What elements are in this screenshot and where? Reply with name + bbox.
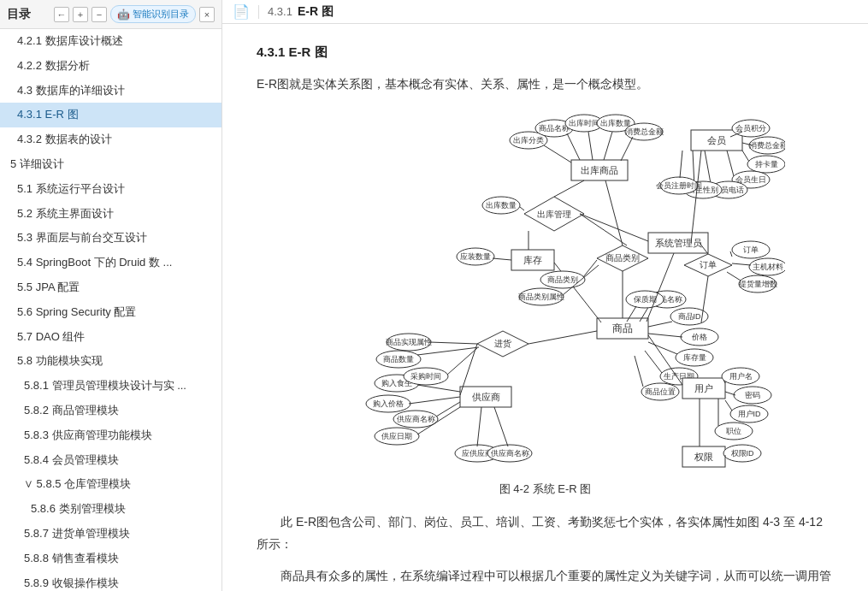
intro-paragraph: E-R图就是实体关系图，基本概念有实体、关系、属性，是一个概念模型。 xyxy=(257,73,834,96)
svg-text:商品: 商品 xyxy=(612,322,633,334)
svg-text:会员注册时间: 会员注册时间 xyxy=(656,181,702,190)
svg-text:保质期: 保质期 xyxy=(633,295,656,304)
svg-text:商品位置: 商品位置 xyxy=(645,387,676,396)
svg-text:出库管理: 出库管理 xyxy=(537,210,571,219)
content-area: 4.3.1 E-R 图 E-R图就是实体关系图，基本概念有实体、关系、属性，是一… xyxy=(222,24,868,591)
toc-item-5.6[interactable]: 5.6 Spring Security 配置 xyxy=(0,300,221,325)
svg-text:供应商: 供应商 xyxy=(471,392,499,402)
toc-item-5.8.9[interactable]: 5.8.9 收银操作模块 xyxy=(0,571,221,591)
toolbar-separator xyxy=(258,5,259,19)
toc-item-5.8.5[interactable]: ∨ 5.8.5 仓库管理模块 xyxy=(0,472,221,497)
er-diagram: 会员 会员积分 消费总金额 持卡量 会员生日 会员电话 出生性别 xyxy=(257,113,834,475)
svg-text:出库商品: 出库商品 xyxy=(581,165,618,175)
sidebar: 目录 ← + − 🤖 智能识别目录 × 4.2.1 数据库设计概述4.2.2 数… xyxy=(0,0,222,591)
toc-item-4.3.2[interactable]: 4.3.2 数据表的设计 xyxy=(0,127,221,152)
svg-text:商品数量: 商品数量 xyxy=(383,355,414,363)
svg-text:系统管理员: 系统管理员 xyxy=(654,238,701,248)
toc-item-5.7[interactable]: 5.7 DAO 组件 xyxy=(0,325,221,350)
svg-text:供应商名称: 供应商名称 xyxy=(490,449,528,458)
toc-item-5.5[interactable]: 5.5 JPA 配置 xyxy=(0,275,221,300)
sidebar-controls: ← + − 🤖 智能识别目录 × xyxy=(54,5,215,23)
doc-icon: 📄 xyxy=(233,3,250,20)
svg-text:职位: 职位 xyxy=(726,427,741,435)
svg-text:用户名: 用户名 xyxy=(729,372,752,381)
er-diagram-svg: 会员 会员积分 消费总金额 持卡量 会员生日 会员电话 出生性别 xyxy=(306,113,785,472)
sidebar-title: 目录 xyxy=(7,7,31,22)
toc-item-5.8.3[interactable]: 5.8.3 供应商管理功能模块 xyxy=(0,423,221,448)
ai-tag[interactable]: 🤖 智能识别目录 xyxy=(110,5,196,23)
svg-text:会员生日: 会员生日 xyxy=(735,175,766,184)
svg-text:商品类别: 商品类别 xyxy=(547,275,578,284)
svg-text:提货量增数: 提货量增数 xyxy=(738,280,776,288)
svg-text:权限: 权限 xyxy=(694,452,713,462)
main-panel: 📄 4.3.1 E-R 图 4.3.1 E-R 图 E-R图就是实体关系图，基本… xyxy=(222,0,868,591)
toc-item-5.8.2[interactable]: 5.8.2 商品管理模块 xyxy=(0,399,221,423)
ai-icon: 🤖 xyxy=(117,9,130,21)
toc-item-5.4[interactable]: 5.4 SpringBoot 下的 Druid 数 ... xyxy=(0,251,221,275)
svg-text:用户ID: 用户ID xyxy=(737,410,761,418)
breadcrumb: 4.3.1 xyxy=(268,5,292,18)
svg-text:出库时间: 出库时间 xyxy=(569,119,599,127)
toc-item-5.8.6[interactable]: 5.8.6 类别管理模块 xyxy=(0,497,221,522)
sidebar-header: 目录 ← + − 🤖 智能识别目录 × xyxy=(0,0,221,29)
svg-text:会员积分: 会员积分 xyxy=(735,124,766,133)
svg-text:订单: 订单 xyxy=(743,245,759,254)
svg-text:消费总金额: 消费总金额 xyxy=(624,127,663,136)
sidebar-close-btn[interactable]: × xyxy=(199,7,215,22)
toc-list: 4.2.1 数据库设计概述4.2.2 数据分析4.3 数据库的详细设计4.3.1… xyxy=(0,29,221,591)
svg-text:密码: 密码 xyxy=(745,391,760,399)
toc-item-5.8[interactable]: 5.8 功能模块实现 xyxy=(0,349,221,374)
svg-text:订单: 订单 xyxy=(700,260,717,269)
svg-text:供应商名称: 供应商名称 xyxy=(396,415,434,423)
svg-text:库存: 库存 xyxy=(523,255,542,265)
svg-text:商品类别: 商品类别 xyxy=(605,253,640,263)
toc-item-5[interactable]: 5 详细设计 xyxy=(0,152,221,177)
toc-item-4.2.1[interactable]: 4.2.1 数据库设计概述 xyxy=(0,29,221,54)
toc-item-5.2[interactable]: 5.2 系统主界面设计 xyxy=(0,202,221,227)
svg-text:出库数量: 出库数量 xyxy=(600,119,631,127)
section-title: 4.3.1 E-R 图 xyxy=(257,44,834,61)
svg-text:消费总金额: 消费总金额 xyxy=(748,141,785,150)
svg-text:用户: 用户 xyxy=(694,383,713,393)
toc-item-4.3.1[interactable]: 4.3.1 E-R 图 xyxy=(0,103,221,127)
sidebar-btn-plus[interactable]: + xyxy=(73,7,88,22)
toc-item-4.2.2[interactable]: 4.2.2 数据分析 xyxy=(0,54,221,79)
svg-text:价格: 价格 xyxy=(691,333,707,341)
svg-text:进货: 进货 xyxy=(494,339,511,348)
paragraph1: 此 E-R图包含公司、部门、岗位、员工、培训、工资、考勤奖惩七个实体，各实体属性… xyxy=(257,511,834,556)
svg-text:权限ID: 权限ID xyxy=(729,449,754,458)
svg-text:商品名称: 商品名称 xyxy=(539,124,570,133)
svg-text:应装数量: 应装数量 xyxy=(460,252,491,261)
svg-text:持卡量: 持卡量 xyxy=(754,160,777,168)
svg-text:库存量: 库存量 xyxy=(682,353,706,362)
ai-tag-label: 智能识别目录 xyxy=(133,8,189,21)
svg-text:会员: 会员 xyxy=(707,135,726,145)
sidebar-btn-minus[interactable]: − xyxy=(92,7,107,22)
toc-item-5.8.7[interactable]: 5.8.7 进货单管理模块 xyxy=(0,522,221,547)
svg-text:商品ID: 商品ID xyxy=(677,312,701,321)
section-heading-toolbar: E-R 图 xyxy=(298,4,334,20)
toc-item-5.1[interactable]: 5.1 系统运行平台设计 xyxy=(0,177,221,202)
diagram-caption: 图 4-2 系统 E-R 图 xyxy=(257,482,834,497)
toc-item-5.3[interactable]: 5.3 界面层与前台交互设计 xyxy=(0,226,221,251)
main-toolbar: 📄 4.3.1 E-R 图 xyxy=(222,0,868,24)
svg-text:购入价格: 购入价格 xyxy=(373,399,404,408)
svg-text:出库分类: 出库分类 xyxy=(513,136,544,145)
svg-text:采购时间: 采购时间 xyxy=(410,372,441,381)
svg-text:商品实现属性: 商品实现属性 xyxy=(386,338,432,346)
toc-item-4.3[interactable]: 4.3 数据库的详细设计 xyxy=(0,79,221,103)
svg-text:出库数量: 出库数量 xyxy=(486,201,517,210)
paragraph2: 商品具有众多的属性，在系统编译过程中可以根据几个重要的属性定义为关键字词，从而可… xyxy=(257,564,834,591)
sidebar-btn-left[interactable]: ← xyxy=(54,7,69,22)
toc-item-5.8.4[interactable]: 5.8.4 会员管理模块 xyxy=(0,448,221,473)
toc-item-5.8.1[interactable]: 5.8.1 管理员管理模块设计与实 ... xyxy=(0,374,221,399)
svg-text:主机材料: 主机材料 xyxy=(753,263,783,271)
toc-item-5.8.8[interactable]: 5.8.8 销售查看模块 xyxy=(0,547,221,571)
svg-text:商品类别属性: 商品类别属性 xyxy=(518,293,564,301)
svg-text:供应日期: 供应日期 xyxy=(381,432,412,440)
